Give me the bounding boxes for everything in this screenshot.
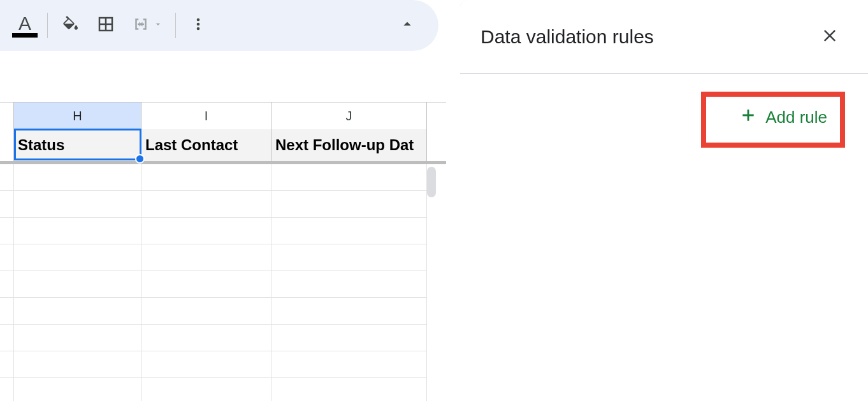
row-gutter[interactable]: [0, 218, 14, 244]
collapse-toolbar-button[interactable]: [394, 12, 421, 39]
cell[interactable]: [271, 325, 427, 351]
cell[interactable]: [141, 298, 271, 325]
row-gutter[interactable]: [0, 164, 14, 191]
column-header-i[interactable]: I: [141, 102, 271, 129]
more-button[interactable]: [185, 12, 212, 39]
cell[interactable]: [271, 191, 427, 218]
fill-color-icon: [59, 15, 81, 36]
plus-icon: [740, 107, 756, 128]
row-gutter[interactable]: [0, 129, 14, 161]
cell[interactable]: [271, 164, 427, 191]
cell[interactable]: [271, 298, 427, 325]
cell[interactable]: [141, 244, 271, 271]
frozen-header-row: Status Last Contact Next Follow-up Dat: [0, 129, 446, 164]
cell[interactable]: [271, 244, 427, 271]
row-gutter[interactable]: [0, 244, 14, 271]
close-panel-button[interactable]: [817, 24, 843, 50]
row-gutter[interactable]: [0, 325, 14, 351]
data-validation-panel: Data validation rules Add rule: [460, 0, 868, 401]
cell[interactable]: [14, 351, 141, 378]
cell[interactable]: [14, 325, 141, 351]
cell[interactable]: [271, 218, 427, 244]
cell-status[interactable]: Status: [14, 129, 141, 161]
panel-header: Data validation rules: [460, 0, 868, 74]
cell-next-followup[interactable]: Next Follow-up Dat: [271, 129, 427, 161]
toolbar-separator: [47, 13, 48, 38]
add-rule-button[interactable]: Add rule: [722, 93, 845, 141]
close-icon: [821, 27, 839, 47]
cell[interactable]: [14, 244, 141, 271]
panel-body: Add rule: [460, 74, 868, 160]
more-vert-icon: [189, 15, 207, 36]
text-color-button[interactable]: A: [11, 12, 38, 39]
chevron-up-icon: [398, 15, 416, 36]
cell[interactable]: [141, 351, 271, 378]
cell[interactable]: [141, 378, 271, 401]
row-gutter[interactable]: [0, 351, 14, 378]
text-color-icon: A: [15, 15, 34, 36]
text-color-letter: A: [18, 15, 31, 32]
cell[interactable]: [141, 218, 271, 244]
borders-button[interactable]: [92, 12, 119, 39]
cell[interactable]: [14, 298, 141, 325]
column-header-j[interactable]: J: [271, 102, 427, 129]
row-gutter[interactable]: [0, 378, 14, 401]
merge-cells-button[interactable]: [128, 12, 166, 39]
borders-icon: [96, 15, 115, 36]
row-gutter[interactable]: [0, 298, 14, 325]
chevron-down-icon: [153, 19, 163, 32]
toolbar: A: [0, 0, 438, 51]
merge-cells-icon: [131, 15, 150, 36]
cell[interactable]: [271, 378, 427, 401]
cell[interactable]: [14, 218, 141, 244]
scrollbar-thumb[interactable]: [427, 167, 436, 197]
row-gutter[interactable]: [0, 271, 14, 298]
cell[interactable]: [14, 164, 141, 191]
row-gutter[interactable]: [0, 191, 14, 218]
cell[interactable]: [14, 378, 141, 401]
cell[interactable]: [14, 191, 141, 218]
cell[interactable]: [141, 271, 271, 298]
cell[interactable]: [141, 191, 271, 218]
cell[interactable]: [141, 325, 271, 351]
cell-last-contact[interactable]: Last Contact: [141, 129, 271, 161]
toolbar-separator: [175, 13, 176, 38]
fill-color-button[interactable]: [57, 12, 83, 39]
panel-title: Data validation rules: [481, 26, 654, 48]
cell[interactable]: [141, 164, 271, 191]
column-headers: H I J: [0, 102, 446, 129]
spreadsheet-area: H I J Status Last Contact Next Follow-up…: [0, 102, 446, 401]
corner-gutter[interactable]: [0, 102, 14, 129]
add-rule-label: Add rule: [765, 108, 827, 127]
cell[interactable]: [14, 271, 141, 298]
cell[interactable]: [271, 271, 427, 298]
cell[interactable]: [271, 351, 427, 378]
column-header-h[interactable]: H: [14, 102, 141, 129]
